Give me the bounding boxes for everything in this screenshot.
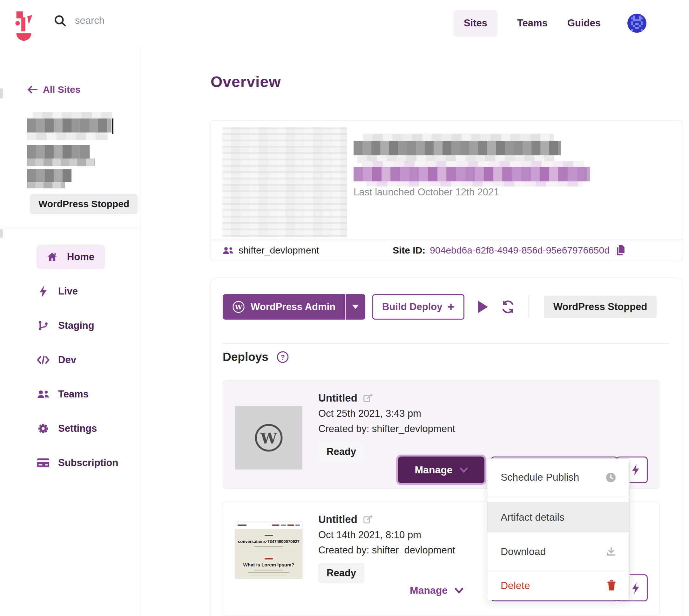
sidebar-item-teams[interactable]: Teams	[37, 382, 89, 406]
build-deploy-button[interactable]: Build Deploy +	[372, 294, 464, 320]
wordpress-admin-button[interactable]: W WordPress Admin	[223, 294, 365, 320]
build-deploy-label: Build Deploy	[382, 301, 442, 313]
avatar[interactable]	[627, 14, 646, 33]
menu-item-label: Artifact details	[501, 511, 564, 523]
sidebar-status-badge: WordPress Stopped	[30, 194, 137, 214]
site-id-label: Site ID:	[393, 245, 425, 256]
people-icon	[223, 246, 234, 255]
copy-icon[interactable]	[616, 245, 625, 256]
refresh-button[interactable]	[501, 300, 515, 314]
branch-icon	[37, 320, 50, 331]
site-owner: shifter_devlopment	[223, 245, 319, 256]
sidebar-item-subscription[interactable]: Subscription	[37, 450, 118, 475]
tab-sites[interactable]: Sites	[453, 10, 497, 37]
edit-icon[interactable]	[363, 515, 373, 524]
plus-icon: +	[447, 300, 454, 314]
wordpress-icon: W	[253, 422, 284, 453]
manage-dropdown-menu: Schedule Publish Artifact details Downlo…	[487, 458, 629, 600]
wp-admin-dropdown-toggle[interactable]	[346, 294, 365, 320]
card-icon	[37, 458, 50, 468]
play-icon	[477, 301, 488, 313]
toolbar-divider	[529, 295, 529, 318]
site-title-redacted	[354, 134, 561, 163]
app-header: Sites Teams Guides	[0, 0, 689, 46]
deploy-thumbnail-wordpress: W	[235, 406, 303, 469]
bolt-icon	[631, 464, 640, 476]
search-icon[interactable]	[53, 14, 67, 27]
home-icon	[45, 251, 59, 263]
sidebar-item-label: Staging	[58, 320, 94, 331]
site-name-redacted	[27, 112, 112, 140]
sidebar-item-label: Teams	[58, 389, 89, 400]
clock-icon	[605, 472, 617, 483]
help-icon[interactable]: ?	[277, 351, 289, 363]
toolbar: W WordPress Admin Build Deploy +	[223, 294, 671, 320]
sidebar-divider	[0, 228, 141, 228]
all-sites-back-link[interactable]: All Sites	[27, 84, 80, 95]
sidebar: All Sites WordPress Stopped	[0, 46, 141, 616]
deploy-date: Oct 25th 2021, 3:43 pm	[318, 408, 455, 419]
site-url-redacted-main	[354, 161, 590, 186]
sidebar-item-staging[interactable]: Staging	[37, 313, 94, 338]
menu-item-schedule-publish[interactable]: Schedule Publish	[487, 459, 629, 496]
manage-label: Manage	[410, 585, 448, 596]
manage-button[interactable]: Manage	[398, 457, 484, 483]
sidebar-item-label: Subscription	[58, 457, 118, 468]
back-label: All Sites	[43, 84, 80, 95]
tab-teams[interactable]: Teams	[517, 18, 548, 29]
site-id-value: 904ebd6a-62f8-4949-856d-95e67976650d	[430, 245, 609, 256]
wp-admin-label: WordPress Admin	[251, 301, 335, 313]
bolt-icon	[631, 582, 640, 594]
search-input[interactable]	[75, 15, 208, 26]
search-bar	[53, 14, 208, 27]
wordpress-status-badge: WordPress Stopped	[544, 296, 657, 318]
svg-text:?: ?	[281, 353, 285, 361]
download-icon	[606, 546, 617, 557]
sidebar-item-dev[interactable]: Dev	[37, 348, 76, 372]
bolt-icon	[37, 285, 50, 298]
tab-guides[interactable]: Guides	[567, 18, 601, 29]
deploy-date: Oct 14th 2021, 8:10 pm	[318, 529, 455, 541]
owner-name: shifter_devlopment	[239, 245, 319, 256]
site-screenshot-redacted	[222, 127, 347, 237]
manage-button[interactable]: Manage	[410, 585, 464, 596]
deploy-created-by: Created by: shifter_devlopment	[318, 545, 455, 556]
shifter-dashboard: Sites Teams Guides	[0, 0, 689, 616]
manage-label: Manage	[415, 464, 452, 476]
page-title: Overview	[210, 73, 281, 91]
mini-post-title: What is Lorem Ipsum?	[235, 562, 303, 567]
deploy-info: Untitled Oct 14th 2021, 8:10 pm Created …	[318, 513, 455, 583]
edit-icon[interactable]	[363, 393, 373, 403]
site-meta-redacted	[27, 169, 71, 189]
menu-item-label: Download	[501, 546, 546, 557]
sidebar-item-settings[interactable]: Settings	[37, 416, 97, 441]
menu-item-label: Schedule Publish	[501, 471, 579, 483]
mini-site-body: conversations-73474900070927 What is Lor…	[235, 529, 303, 579]
sidebar-item-label: Dev	[58, 354, 76, 366]
menu-item-artifact-details[interactable]: Artifact details	[487, 502, 629, 532]
start-wordpress-button[interactable]	[477, 301, 488, 313]
deploy-info: Untitled Oct 25th 2021, 3:43 pm Created …	[318, 392, 455, 462]
code-icon	[37, 355, 50, 365]
svg-text:W: W	[260, 430, 277, 447]
sidebar-item-label: Settings	[58, 423, 97, 434]
chevron-down-icon	[454, 588, 464, 593]
sidebar-item-live[interactable]: Live	[37, 279, 78, 304]
menu-item-delete[interactable]: Delete	[487, 571, 629, 600]
wordpress-icon: W	[232, 301, 245, 313]
deploy-thumbnail-site: conversations-73474900070927 What is Lor…	[235, 522, 303, 579]
back-arrow-icon	[27, 85, 38, 94]
shifter-logo-icon[interactable]	[15, 12, 33, 43]
section-divider	[223, 344, 669, 344]
site-card-footer: shifter_devlopment Site ID: 904ebd6a-62f…	[211, 240, 683, 261]
menu-item-download[interactable]: Download	[487, 532, 629, 571]
menu-spacer	[487, 496, 629, 502]
trash-icon	[606, 580, 617, 591]
site-id-group: Site ID: 904ebd6a-62f8-4949-856d-95e6797…	[393, 245, 625, 256]
site-url-redacted	[27, 145, 95, 166]
top-navigation: Sites Teams Guides	[453, 0, 646, 46]
sidebar-item-home[interactable]: Home	[37, 245, 105, 269]
edge-handle	[0, 229, 3, 238]
sidebar-item-label: Home	[67, 251, 94, 263]
menu-item-label: Delete	[501, 580, 530, 592]
